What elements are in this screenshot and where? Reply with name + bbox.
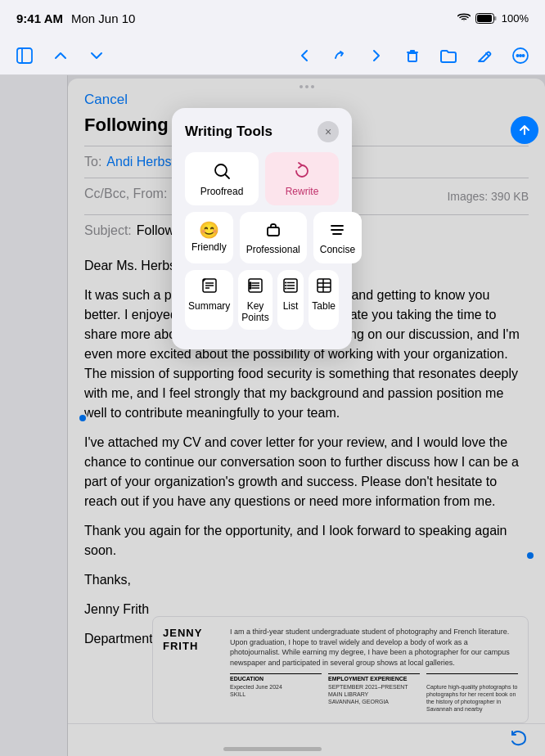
main-content: Cancel Following u To:Andi Herbst Cc/Bcc… [0,75,545,756]
svg-point-10 [523,55,525,56]
key-points-label: Key Points [241,300,268,323]
svg-point-28 [250,287,251,289]
format-tools-grid: Summary [185,270,339,330]
svg-rect-2 [477,15,492,22]
svg-rect-36 [318,279,331,292]
modal-close-button[interactable]: × [318,121,339,142]
list-button[interactable]: List [277,270,304,330]
list-icon [282,277,300,297]
proofread-label: Proofread [200,186,244,197]
svg-rect-13 [268,227,279,236]
svg-point-8 [517,55,519,56]
wifi-icon [457,13,471,23]
modal-header: Writing Tools × [185,121,339,142]
compose-button[interactable] [473,44,496,67]
battery-percent: 100% [502,12,529,25]
professional-button[interactable]: Professional [240,212,307,263]
tone-tools-grid: 😊 Friendly Professional [185,212,339,263]
key-points-icon [246,277,264,297]
nav-down-button[interactable] [85,44,108,67]
primary-tools-grid: Proofread Rewrite [185,152,339,205]
back-button[interactable] [293,44,316,67]
table-icon [315,277,333,297]
toolbar [0,36,545,75]
folder-button[interactable] [437,44,460,67]
svg-line-6 [486,53,489,56]
modal-title: Writing Tools [185,124,272,140]
toolbar-left [13,44,108,67]
toolbar-right [293,44,532,67]
status-icons: 100% [457,12,529,25]
svg-rect-1 [494,16,497,20]
table-label: Table [312,300,336,312]
status-date: Mon Jun 10 [71,11,135,25]
svg-rect-5 [408,53,417,61]
concise-button[interactable]: Concise [313,212,362,263]
proofread-icon [213,162,231,182]
rewrite-button[interactable]: Rewrite [265,152,339,205]
table-button[interactable]: Table [309,270,339,330]
nav-up-button[interactable] [49,44,72,67]
rewrite-icon [293,162,311,182]
writing-tools-modal: Writing Tools × Proofread [172,108,352,349]
sidebar-toggle-button[interactable] [13,44,36,67]
more-button[interactable] [509,44,532,67]
list-label: List [283,300,299,312]
status-bar: 9:41 AM Mon Jun 10 100% [0,0,545,36]
summary-icon [200,277,218,297]
friendly-label: Friendly [191,241,227,253]
send-button[interactable] [511,116,538,144]
rewrite-label: Rewrite [286,186,319,197]
svg-point-26 [250,282,251,284]
svg-point-9 [520,55,521,56]
forward-button[interactable] [329,44,352,67]
svg-line-12 [225,174,229,178]
professional-label: Professional [246,244,300,255]
concise-label: Concise [320,244,355,255]
concise-icon [329,222,345,241]
friendly-icon: 😊 [199,222,219,238]
svg-point-27 [250,285,251,286]
status-time: 9:41 AM [16,11,63,25]
share-button[interactable] [365,44,388,67]
summary-label: Summary [188,300,230,312]
delete-button[interactable] [401,44,424,67]
svg-rect-3 [17,48,32,63]
ipad-frame: 9:41 AM Mon Jun 10 100% [0,0,545,756]
summary-button[interactable]: Summary [185,270,233,330]
friendly-button[interactable]: 😊 Friendly [185,212,233,263]
battery-icon [475,13,497,24]
key-points-button[interactable]: Key Points [238,270,272,330]
writing-tools-overlay: Writing Tools × Proofread [0,75,545,756]
professional-icon [265,222,282,241]
proofread-button[interactable]: Proofread [185,152,259,205]
